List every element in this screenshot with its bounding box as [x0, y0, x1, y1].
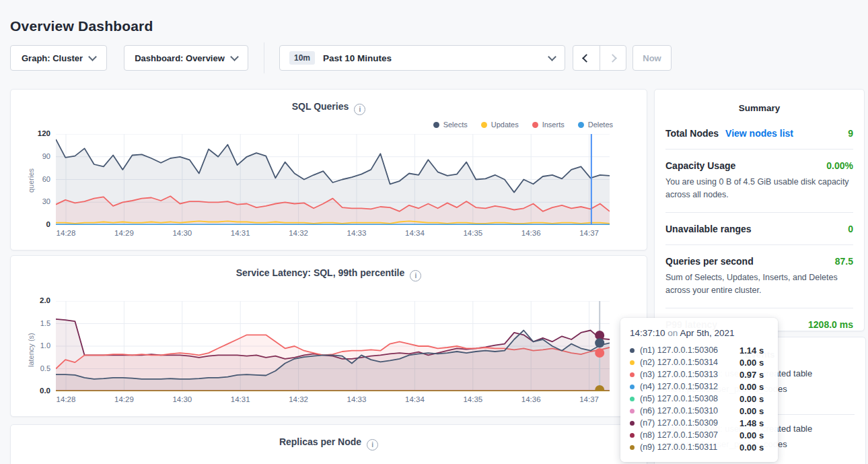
tooltip-row: (n9) 127.0.0.1:503110.00 s — [630, 441, 768, 453]
qps-label: Queries per second — [665, 256, 754, 267]
x-axis-tick-label: 14:30 — [165, 395, 200, 403]
summary-title: Summary — [655, 90, 864, 113]
legend-label: Updates — [491, 121, 519, 129]
graph-dropdown-label: Graph: Cluster — [22, 53, 83, 63]
page-title: Overview Dashboard — [10, 18, 153, 34]
capacity-usage-label: Capacity Usage — [665, 160, 735, 171]
x-axis-tick-label: 14:35 — [456, 395, 491, 403]
chevron-right-icon — [608, 54, 617, 63]
now-button-label: Now — [643, 53, 661, 63]
y-axis-tick-label: 30 — [25, 197, 50, 205]
legend-label: Inserts — [542, 121, 565, 129]
x-axis-tick-label: 14:30 — [165, 229, 200, 237]
time-pager — [573, 45, 626, 71]
view-nodes-list-link[interactable]: View nodes list — [725, 128, 793, 139]
legend-item: Updates — [481, 121, 519, 129]
node-dot-icon — [630, 385, 635, 389]
y-axis-tick-label: 120 — [25, 129, 50, 137]
x-axis-tick-label: 14:28 — [48, 395, 83, 403]
chevron-down-icon — [548, 53, 556, 61]
tooltip-row: (n7) 127.0.0.1:503091.48 s — [630, 417, 768, 429]
x-axis-tick-label: 14:33 — [339, 395, 374, 403]
node-dot-icon — [630, 421, 635, 426]
chart-header: Replicas per Node — [11, 436, 647, 451]
tooltip-node-value: 0.00 s — [739, 394, 764, 404]
node-dot-icon — [630, 372, 635, 377]
x-axis-tick-label: 14:34 — [397, 395, 432, 403]
x-axis-tick-label: 14:33 — [339, 229, 374, 237]
prev-time-button[interactable] — [573, 46, 600, 70]
dashboard-dropdown[interactable]: Dashboard: Overview — [124, 45, 248, 71]
chart-header: SQL Queries — [11, 101, 647, 115]
chevron-down-icon — [88, 53, 97, 61]
tooltip-row: (n5) 127.0.0.1:503080.00 s — [630, 393, 768, 405]
node-dot-icon — [630, 433, 635, 438]
tooltip-node-value: 1.48 s — [739, 418, 764, 428]
chevron-down-icon — [230, 53, 239, 61]
tooltip-row: (n8) 127.0.0.1:503070.00 s — [630, 429, 768, 441]
x-axis-tick-label: 14:29 — [106, 395, 141, 403]
replicas-per-node-chart-card: Replicas per Node — [10, 424, 647, 464]
legend-label: Selects — [443, 121, 468, 129]
node-dot-icon — [630, 397, 635, 401]
chart-title: SQL Queries — [292, 101, 349, 112]
x-axis-tick-label: 14:37 — [572, 229, 607, 237]
service-latency-chart-card: Service Latency: SQL, 99th percentile 0.… — [10, 255, 647, 417]
y-axis-tick-label: 1.5 — [25, 319, 50, 327]
tooltip-row: (n2) 127.0.0.1:503140.00 s — [630, 356, 768, 368]
chevron-left-icon — [582, 54, 591, 63]
legend-item: Deletes — [578, 121, 613, 129]
legend-item: Inserts — [532, 121, 565, 129]
tooltip-node-value: 0.00 s — [739, 430, 764, 440]
info-icon[interactable] — [367, 439, 378, 451]
sql-card-plot[interactable] — [56, 134, 610, 225]
chart-title: Replicas per Node — [279, 436, 361, 447]
time-range-badge: 10m — [289, 51, 315, 65]
qps-description: Sum of Selects, Updates, Inserts, and De… — [665, 271, 853, 298]
now-button[interactable]: Now — [632, 45, 672, 71]
chart-title: Service Latency: SQL, 99th percentile — [236, 267, 405, 278]
chart-header: Service Latency: SQL, 99th percentile — [11, 267, 647, 281]
legend-dot-icon — [433, 122, 439, 128]
capacity-usage-value: 0.00% — [826, 160, 853, 171]
x-axis-tick-label: 14:28 — [48, 229, 83, 237]
tooltip-rows: (n1) 127.0.0.1:503061.14 s(n2) 127.0.0.1… — [630, 344, 768, 453]
tooltip-node-name: (n8) 127.0.0.1:50307 — [640, 430, 739, 440]
info-icon[interactable] — [354, 104, 365, 115]
x-axis-tick-label: 14:36 — [513, 229, 548, 237]
node-dot-icon — [630, 445, 635, 450]
tooltip-node-value: 1.14 s — [739, 345, 764, 356]
y-axis-tick-label: 90 — [25, 152, 50, 160]
tooltip-row: (n4) 127.0.0.1:503120.00 s — [630, 380, 768, 393]
tooltip-node-name: (n7) 127.0.0.1:50309 — [640, 418, 739, 428]
legend-dot-icon — [578, 122, 584, 128]
summary-row-unavailable-ranges: Unavailable ranges 0 — [665, 213, 853, 245]
tooltip-row: (n6) 127.0.0.1:503100.00 s — [630, 405, 768, 417]
node-dot-icon — [630, 348, 635, 353]
controls-divider — [264, 42, 264, 73]
node-dot-icon — [630, 360, 635, 365]
tooltip-node-name: (n9) 127.0.0.1:50311 — [640, 442, 739, 452]
total-nodes-value: 9 — [848, 128, 853, 139]
qps-value: 87.5 — [835, 256, 853, 267]
chart-hover-tooltip: 14:37:10 on Apr 5th, 2021 (n1) 127.0.0.1… — [620, 318, 778, 462]
legend-label: Deletes — [588, 121, 613, 129]
tooltip-node-name: (n6) 127.0.0.1:50310 — [640, 406, 739, 416]
graph-dropdown[interactable]: Graph: Cluster — [10, 45, 107, 71]
time-range-picker[interactable]: 10m Past 10 Minutes — [279, 45, 565, 71]
tooltip-node-name: (n3) 127.0.0.1:50313 — [640, 370, 739, 379]
x-axis-tick-label: 14:32 — [281, 229, 316, 237]
latency-card-plot[interactable] — [56, 301, 610, 391]
tooltip-node-name: (n2) 127.0.0.1:50314 — [640, 358, 739, 367]
tooltip-node-value: 0.00 s — [739, 358, 764, 368]
tooltip-node-name: (n1) 127.0.0.1:50306 — [640, 345, 739, 355]
x-axis-tick-label: 14:34 — [397, 229, 432, 237]
node-dot-icon — [630, 409, 635, 413]
info-icon[interactable] — [410, 270, 421, 281]
tooltip-timestamp: 14:37:10 on Apr 5th, 2021 — [630, 328, 768, 338]
next-time-button[interactable] — [600, 46, 626, 70]
legend-item: Selects — [433, 121, 468, 129]
x-axis-tick-label: 14:36 — [513, 395, 548, 403]
x-axis-tick-label: 14:37 — [572, 395, 607, 403]
tooltip-node-value: 0.00 s — [739, 382, 764, 392]
